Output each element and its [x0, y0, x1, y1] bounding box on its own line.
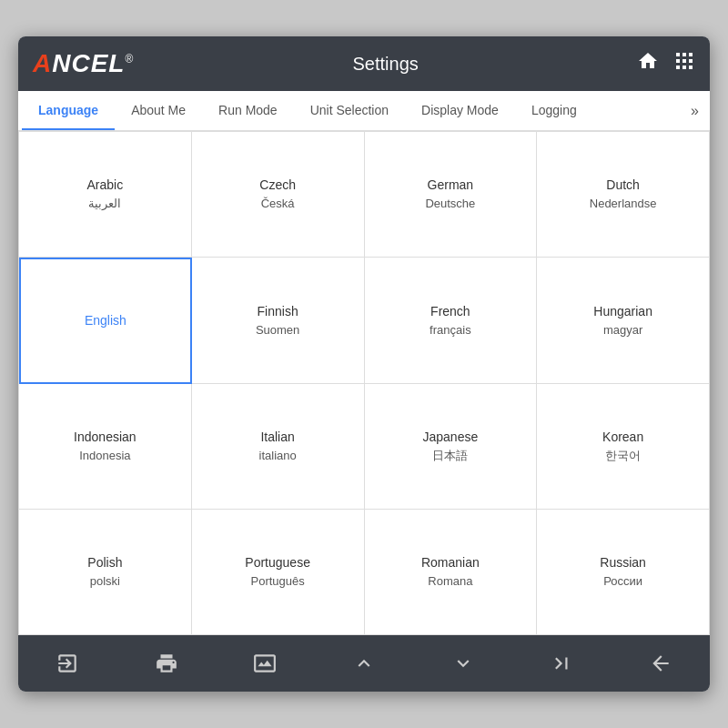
lang-cell-romanian[interactable]: RomanianRomana	[365, 510, 538, 635]
fast-forward-button[interactable]	[539, 644, 584, 682]
tab-run-mode[interactable]: Run Mode	[202, 91, 294, 130]
lang-cell-arabic[interactable]: Arabicالعربية	[19, 132, 192, 258]
tab-language[interactable]: Language	[22, 91, 115, 130]
exit-button[interactable]	[45, 644, 90, 682]
lang-sub-text: العربية	[88, 195, 121, 213]
lang-cell-indonesian[interactable]: IndonesianIndonesia	[19, 384, 192, 510]
tab-logging[interactable]: Logging	[515, 91, 593, 130]
lang-cell-finnish[interactable]: FinnishSuomen	[192, 258, 365, 383]
lang-cell-german[interactable]: GermanDeutsche	[365, 132, 538, 258]
lang-main-text: Arabic	[87, 176, 124, 195]
lang-main-text: Czech	[259, 176, 296, 195]
lang-cell-english[interactable]: English	[19, 258, 192, 383]
lang-sub-text: polski	[90, 572, 120, 591]
scroll-up-button[interactable]	[341, 644, 387, 682]
header-icons	[637, 50, 695, 77]
logo-text: ANCEL®	[33, 49, 134, 78]
lang-main-text: German	[428, 176, 474, 195]
lang-cell-hungarian[interactable]: Hungarianmagyar	[537, 258, 710, 383]
tab-unit-selection[interactable]: Unit Selection	[294, 91, 405, 130]
home-icon[interactable]	[637, 50, 659, 77]
lang-sub-text: Indonesia	[79, 447, 130, 465]
lang-sub-text: Česká	[261, 195, 295, 213]
lang-sub-text: Romana	[428, 572, 472, 591]
lang-sub-text: Suomen	[256, 321, 299, 339]
lang-sub-text: 日本語	[432, 447, 468, 465]
lang-sub-text: italiano	[259, 447, 297, 465]
tab-more-icon[interactable]: »	[683, 103, 706, 119]
tab-bar: Language About Me Run Mode Unit Selectio…	[18, 91, 710, 131]
lang-main-text: English	[85, 311, 126, 330]
lang-main-text: Indonesian	[74, 428, 136, 447]
screenshot-button[interactable]	[242, 644, 288, 682]
lang-main-text: Italian	[260, 428, 294, 447]
lang-main-text: Japanese	[423, 428, 479, 447]
lang-cell-russian[interactable]: RussianРоссии	[537, 510, 710, 635]
lang-sub-text: Nederlandse	[590, 195, 657, 213]
lang-sub-text: Deutsche	[425, 195, 475, 213]
lang-main-text: Korean	[602, 428, 643, 447]
lang-main-text: Finnish	[258, 302, 298, 321]
device-container: ANCEL® Settings Language About Me Run Mo…	[18, 36, 710, 692]
lang-main-text: Hungarian	[593, 302, 652, 321]
lang-cell-italian[interactable]: Italianitaliano	[192, 384, 365, 510]
header: ANCEL® Settings	[18, 36, 710, 91]
lang-main-text: Russian	[600, 553, 646, 572]
page-title: Settings	[134, 54, 637, 75]
lang-cell-french[interactable]: Frenchfrançais	[365, 258, 538, 383]
lang-sub-text: 한국어	[605, 447, 641, 465]
lang-cell-polish[interactable]: Polishpolski	[19, 510, 192, 635]
footer	[18, 635, 710, 692]
lang-cell-japanese[interactable]: Japanese日本語	[365, 384, 538, 510]
lang-sub-text: magyar	[603, 321, 642, 339]
lang-main-text: French	[430, 302, 470, 321]
lang-main-text: Polish	[87, 553, 122, 572]
logo: ANCEL®	[33, 49, 134, 78]
back-button[interactable]	[638, 644, 683, 682]
scroll-down-button[interactable]	[440, 644, 486, 682]
lang-main-text: Dutch	[606, 176, 640, 195]
lang-sub-text: français	[430, 321, 471, 339]
lang-sub-text: России	[603, 572, 642, 591]
language-grid: ArabicالعربيةCzechČeskáGermanDeutscheDut…	[18, 131, 710, 635]
grid-icon[interactable]	[673, 50, 695, 77]
lang-cell-dutch[interactable]: DutchNederlandse	[537, 132, 710, 258]
tab-display-mode[interactable]: Display Mode	[405, 91, 515, 130]
lang-cell-korean[interactable]: Korean한국어	[537, 384, 710, 510]
lang-cell-portuguese[interactable]: PortuguesePortuguês	[192, 510, 365, 635]
tab-about-me[interactable]: About Me	[115, 91, 202, 130]
lang-sub-text: Português	[250, 572, 304, 591]
lang-main-text: Romanian	[421, 553, 480, 572]
print-button[interactable]	[144, 644, 189, 682]
lang-main-text: Portuguese	[245, 553, 310, 572]
lang-cell-czech[interactable]: CzechČeská	[192, 132, 365, 258]
